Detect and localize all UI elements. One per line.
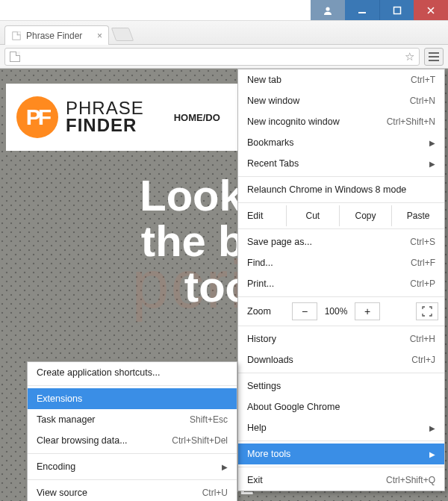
menu-separator xyxy=(238,467,444,467)
menu-cut[interactable]: Cut xyxy=(286,205,339,226)
submenu-view-source[interactable]: View sourceCtrl+U xyxy=(28,482,237,501)
submenu-extensions[interactable]: Extensions xyxy=(28,388,237,409)
menu-paste[interactable]: Paste xyxy=(391,205,444,226)
menu-separator xyxy=(238,296,444,297)
menu-settings[interactable]: Settings xyxy=(238,376,444,396)
menu-separator xyxy=(28,453,237,454)
menu-separator xyxy=(238,176,444,177)
submenu-task-manager[interactable]: Task managerShift+Esc xyxy=(28,409,237,430)
submenu-create-shortcuts[interactable]: Create application shortcuts... xyxy=(28,362,237,383)
brand-line2: FINDER xyxy=(66,117,144,134)
new-tab-button[interactable] xyxy=(111,28,134,41)
menu-separator xyxy=(28,385,237,386)
menu-zoom-label: Zoom xyxy=(247,306,292,317)
page-icon xyxy=(10,52,20,62)
menu-recent-tabs[interactable]: Recent Tabs▶ xyxy=(238,153,444,174)
chevron-right-icon: ▶ xyxy=(429,139,435,147)
menu-find[interactable]: Find...Ctrl+F xyxy=(238,252,444,273)
more-tools-submenu: Create application shortcuts... Extensio… xyxy=(27,361,237,501)
user-button[interactable] xyxy=(311,0,345,20)
fullscreen-icon xyxy=(422,306,432,317)
menu-exit[interactable]: ExitCtrl+Shift+Q xyxy=(238,470,444,491)
svg-rect-2 xyxy=(393,7,400,13)
submenu-encoding[interactable]: Encoding▶ xyxy=(28,456,237,477)
close-icon xyxy=(426,6,435,15)
chevron-right-icon: ▶ xyxy=(222,463,228,471)
bookmark-star-icon[interactable]: ☆ xyxy=(405,50,414,63)
chevron-right-icon: ▶ xyxy=(429,424,435,432)
tab-favicon xyxy=(12,31,20,40)
menu-separator xyxy=(238,326,444,326)
tab-title: Phrase Finder xyxy=(26,31,82,41)
menu-help[interactable]: Help▶ xyxy=(238,417,444,438)
menu-about[interactable]: About Google Chrome xyxy=(238,396,444,417)
window-titlebar xyxy=(0,0,448,21)
browser-toolbar: ☆ xyxy=(0,45,448,69)
brand-text: PHRASE FINDER xyxy=(66,100,144,134)
menu-new-tab[interactable]: New tabCtrl+T xyxy=(238,69,444,90)
fullscreen-button[interactable] xyxy=(416,302,438,320)
tab-strip: Phrase Finder × xyxy=(0,21,448,45)
menu-separator xyxy=(28,479,237,480)
menu-separator xyxy=(238,373,444,373)
nav-home-link[interactable]: HOME/DO xyxy=(174,112,220,123)
maximize-icon xyxy=(393,6,402,15)
menu-new-window[interactable]: New windowCtrl+N xyxy=(238,90,444,111)
menu-downloads[interactable]: DownloadsCtrl+J xyxy=(238,349,444,370)
submenu-clear-browsing[interactable]: Clear browsing data...Ctrl+Shift+Del xyxy=(28,430,237,451)
minimize-button[interactable] xyxy=(345,0,379,20)
page-content: pcrisk PF PHRASE FINDER HOME/DO Looking … xyxy=(0,69,448,501)
menu-history[interactable]: HistoryCtrl+H xyxy=(238,329,444,349)
zoom-out-button[interactable]: − xyxy=(292,302,317,320)
maximize-button[interactable] xyxy=(379,0,414,20)
menu-new-incognito[interactable]: New incognito windowCtrl+Shift+N xyxy=(238,111,444,132)
tab-close-icon[interactable]: × xyxy=(97,31,102,41)
menu-relaunch-win8[interactable]: Relaunch Chrome in Windows 8 mode xyxy=(238,179,444,200)
menu-separator xyxy=(238,202,444,203)
menu-edit-row: Edit Cut Copy Paste xyxy=(238,205,444,226)
tab-phrase-finder[interactable]: Phrase Finder × xyxy=(4,25,109,45)
menu-separator xyxy=(238,228,444,229)
phrase-finder-logo: PF xyxy=(16,96,58,138)
menu-more-tools[interactable]: More tools▶ xyxy=(238,444,444,464)
svg-rect-1 xyxy=(358,12,366,13)
menu-zoom-row: Zoom − 100% + xyxy=(238,299,444,323)
chrome-main-menu: New tabCtrl+T New windowCtrl+N New incog… xyxy=(237,69,445,491)
menu-save-as[interactable]: Save page as...Ctrl+S xyxy=(238,231,444,252)
address-bar[interactable]: ☆ xyxy=(4,48,420,66)
menu-edit-label: Edit xyxy=(238,211,286,221)
zoom-in-button[interactable]: + xyxy=(355,302,380,320)
user-icon xyxy=(323,5,333,16)
menu-bookmarks[interactable]: Bookmarks▶ xyxy=(238,132,444,153)
menu-copy[interactable]: Copy xyxy=(339,205,392,226)
svg-point-0 xyxy=(326,7,329,10)
chevron-right-icon: ▶ xyxy=(429,450,435,458)
close-button[interactable] xyxy=(414,0,448,20)
chrome-menu-button[interactable] xyxy=(424,48,444,66)
chevron-right-icon: ▶ xyxy=(429,160,435,168)
menu-print[interactable]: Print...Ctrl+P xyxy=(238,273,444,294)
zoom-value: 100% xyxy=(317,306,355,317)
menu-separator xyxy=(238,441,444,441)
minimize-icon xyxy=(358,6,367,15)
